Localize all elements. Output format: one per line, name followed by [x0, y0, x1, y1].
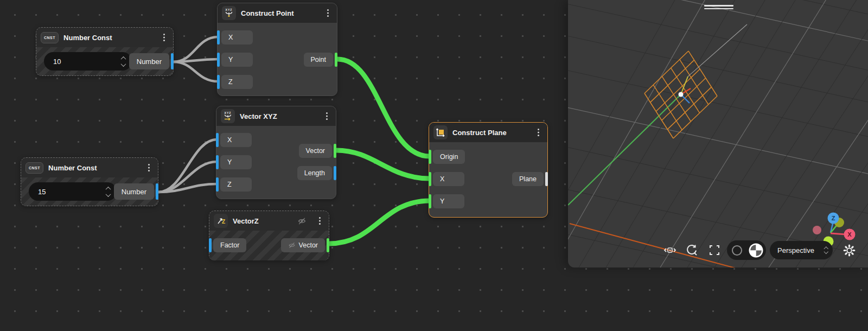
viewport-scene: Z X: [568, 0, 868, 268]
shading-mode-toggle[interactable]: [727, 240, 766, 260]
cnst-badge: CNST: [25, 162, 43, 174]
port-length-out[interactable]: Length: [297, 166, 336, 180]
node-body: Factor Vector: [209, 231, 329, 260]
node-title: Construct Plane: [452, 129, 529, 137]
node-title: Number Const: [48, 164, 140, 172]
port-vector-out[interactable]: Vector: [281, 238, 329, 252]
node-construct-plane[interactable]: Construct Plane Origin X Y Plane: [429, 122, 548, 218]
port-origin-in[interactable]: Origin: [429, 150, 465, 164]
gizmo-neg-x-ball[interactable]: [813, 226, 821, 234]
port-connector[interactable]: [171, 53, 174, 69]
stepper[interactable]: [122, 56, 125, 67]
node-vector-z[interactable]: Z VectorZ Factor Vector: [209, 211, 329, 260]
stepper-down-icon[interactable]: [106, 192, 111, 197]
kebab-menu-icon[interactable]: [316, 217, 323, 225]
3d-viewport[interactable]: Z X Perspective: [568, 0, 868, 268]
kebab-menu-icon[interactable]: [145, 163, 152, 172]
kebab-menu-icon[interactable]: [534, 128, 542, 137]
port-x-in[interactable]: X: [218, 30, 253, 44]
node-title: Construct Point: [241, 9, 319, 17]
construct-plane-icon: [433, 125, 448, 139]
panel-drag-handle[interactable]: [704, 5, 733, 11]
gizmo-x-label: X: [847, 231, 852, 238]
port-connector[interactable]: [156, 183, 158, 200]
visibility-off-icon[interactable]: [297, 217, 307, 226]
node-title: Vector XYZ: [240, 112, 318, 120]
svg-text:XYZ: XYZ: [224, 111, 231, 114]
floor-grid: [568, 0, 868, 268]
port-number-out[interactable]: Number: [129, 53, 173, 69]
node-body: 15 Number: [21, 177, 158, 206]
construct-point-icon: XYZ: [222, 6, 236, 20]
frame-icon[interactable]: [706, 242, 723, 258]
port-x-in[interactable]: X: [216, 133, 252, 147]
port-y-in[interactable]: Y: [429, 194, 464, 208]
port-point-out[interactable]: Point: [304, 53, 337, 67]
projection-dropdown[interactable]: Perspective: [770, 241, 833, 259]
gizmo-z-label: Z: [832, 215, 835, 221]
pan-icon[interactable]: [662, 242, 678, 258]
vector-xyz-icon: XYZ: [221, 109, 235, 123]
port-y-in[interactable]: Y: [218, 53, 253, 67]
node-header[interactable]: XYZ Construct Point: [218, 3, 337, 23]
port-label: Number: [129, 53, 169, 69]
wire-number1-to-point-z[interactable]: [174, 62, 218, 81]
wire-point-to-origin[interactable]: [337, 59, 430, 156]
node-header[interactable]: Z VectorZ: [209, 211, 329, 231]
orbit-icon[interactable]: [684, 242, 700, 258]
number-value: 10: [53, 58, 122, 66]
node-number-const-1[interactable]: CNST Number Const 10 Number: [36, 27, 174, 76]
number-input[interactable]: 15: [29, 182, 117, 201]
projection-label: Perspective: [777, 246, 825, 254]
port-y-in[interactable]: Y: [216, 155, 252, 169]
cnst-badge: CNST: [41, 32, 59, 43]
kebab-menu-icon[interactable]: [324, 9, 331, 17]
port-label: Number: [114, 183, 154, 200]
node-header[interactable]: XYZ Vector XYZ: [216, 106, 336, 126]
svg-text:Z: Z: [222, 219, 225, 225]
wireframe-sphere-icon[interactable]: [732, 245, 742, 256]
stepper-up-icon[interactable]: [121, 56, 126, 61]
node-title: VectorZ: [233, 217, 292, 225]
node-vector-xyz[interactable]: XYZ Vector XYZ X Y Z Vector Length: [216, 106, 336, 199]
stepper-up-icon[interactable]: [106, 186, 111, 192]
node-header[interactable]: CNST Number Const: [21, 158, 158, 177]
y-axis-line: [568, 94, 681, 205]
port-z-in[interactable]: Z: [216, 177, 252, 192]
stepper-down-icon[interactable]: [121, 61, 126, 67]
port-x-in[interactable]: X: [429, 172, 464, 186]
origin-point[interactable]: [679, 92, 684, 97]
node-title: Number Const: [63, 34, 155, 42]
svg-text:XYZ: XYZ: [225, 8, 232, 11]
viewport-toolbar: Perspective: [568, 240, 868, 260]
dropdown-chevrons-icon: [825, 246, 828, 254]
port-plane-out[interactable]: Plane: [512, 172, 547, 186]
node-header[interactable]: Construct Plane: [429, 123, 547, 142]
settings-gear-icon[interactable]: [841, 242, 857, 258]
node-header[interactable]: CNST Number Const: [36, 28, 173, 47]
number-value: 15: [38, 188, 106, 196]
number-input[interactable]: 10: [44, 52, 132, 71]
wire-vectorz-to-y[interactable]: [329, 201, 430, 244]
port-vector-out[interactable]: Vector: [299, 144, 336, 158]
wire-number2-to-vec-z[interactable]: [158, 184, 217, 192]
node-construct-point[interactable]: XYZ Construct Point X Y Z Point: [217, 3, 337, 96]
vector-z-icon: Z: [214, 214, 228, 228]
kebab-menu-icon[interactable]: [323, 112, 330, 120]
kebab-menu-icon[interactable]: [160, 33, 168, 42]
shaded-sphere-icon[interactable]: [749, 243, 763, 258]
port-number-out[interactable]: Number: [114, 183, 158, 200]
node-number-const-2[interactable]: CNST Number Const 15 Number: [21, 157, 158, 206]
port-factor-in[interactable]: Factor: [209, 238, 246, 252]
stepper[interactable]: [106, 187, 110, 197]
port-z-in[interactable]: Z: [218, 75, 253, 89]
node-body: 10 Number: [36, 47, 173, 75]
node-editor-canvas[interactable]: CNST Number Const 10 Number XYZ Construc…: [0, 0, 868, 331]
visibility-off-icon: [288, 241, 296, 249]
